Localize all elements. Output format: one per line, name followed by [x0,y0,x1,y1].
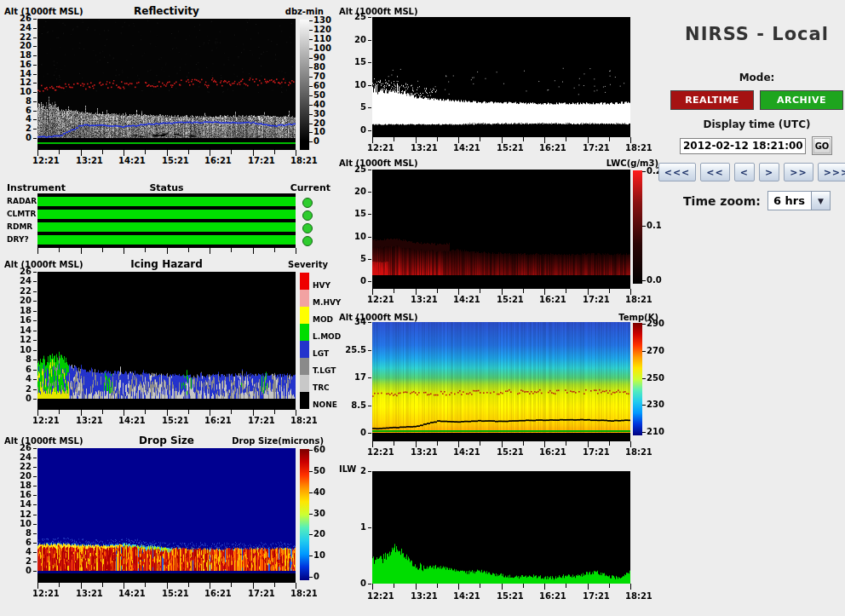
axis-tick [416,441,417,447]
step-back-large-button[interactable]: <<< [658,163,697,181]
axis-tick [309,141,313,142]
y-tick-label: 5 [336,103,366,112]
ground-strip [37,571,296,583]
axis-tick [210,583,210,589]
y-tick-label: 0 [2,134,32,142]
axis-tick [458,441,459,447]
colorbar-tick-label: 0 [313,573,319,581]
x-tick-label: 14:21 [118,417,146,425]
axis-tick [309,95,313,96]
alt-axis-label: Alt (1000ft MSL) [4,260,83,269]
step-forward-medium-button[interactable]: >> [784,163,813,181]
axis-tick [368,377,371,378]
axis-tick [33,19,37,20]
axis-tick [642,280,646,281]
axis-tick [368,192,371,193]
y-tick-label: 16 [2,316,32,325]
realtime-button[interactable]: REALTIME [670,90,754,110]
x-tick-label: 13:21 [76,157,103,165]
x-tick-label: 18:21 [290,157,318,165]
y-tick-label: 17 [336,373,366,382]
axis-tick [33,46,37,47]
axis-tick [124,583,124,589]
axis-tick [309,49,313,49]
axis-tick [37,583,38,589]
axis-tick [523,137,524,141]
y-tick-label: 6 [2,107,32,115]
axis-tick [33,138,37,139]
y-tick-label: 10 [336,233,366,241]
axis-tick [81,583,82,589]
axis-tick [544,137,545,143]
x-tick-label: 17:21 [583,448,610,457]
axis-tick [309,471,313,472]
axis-tick [566,137,566,141]
axis-tick [33,65,37,66]
y-tick-label: 18 [2,51,32,60]
step-back-small-button[interactable]: < [734,163,755,181]
step-forward-small-button[interactable]: > [759,163,779,181]
axis-tick [33,311,37,312]
axis-tick [33,495,37,496]
x-tick-label: 14:21 [118,157,146,165]
surface-line [37,142,296,144]
axis-tick [309,514,313,515]
axis-tick [609,441,610,446]
axis-tick [274,410,275,414]
colorbar-label: Drop Size(microns) [232,436,324,446]
x-tick-label: 14:21 [453,144,480,153]
archive-button[interactable]: ARCHIVE [760,90,843,110]
axis-tick [33,301,37,302]
colorbar-tick-label: 30 [313,509,325,518]
colorbar-tick-label: 10 [313,551,325,560]
y-tick-label: 34 [336,318,366,326]
colorbar-label: dbz-min [285,7,324,16]
colorbar-tick-label: 60 [313,446,325,454]
axis-tick [124,150,124,156]
x-tick-label: 15:21 [497,144,524,153]
axis-tick [630,289,631,295]
y-tick-label: 26 [2,268,32,276]
axis-tick [33,74,37,75]
axis-tick [502,289,503,295]
ceilometer-cloud-heatmap-canvas [372,17,630,130]
alt-axis-label: Alt (1000ft MSL) [4,436,83,446]
colorbar-label: Temp(K) [618,313,658,322]
go-button[interactable]: GO [812,136,832,155]
step-back-medium-button[interactable]: << [700,163,729,181]
axis-tick [566,289,566,293]
axis-tick [37,248,38,254]
y-tick-label: 16 [2,491,32,499]
step-forward-large-button[interactable]: >>> [818,163,845,181]
x-tick-label: 16:21 [539,448,566,457]
axis-tick [296,410,296,416]
axis-tick [33,55,37,56]
chevron-down-icon[interactable]: ▼ [811,192,830,210]
axis-tick [368,322,371,323]
colorbar-tick-label: 80 [313,63,325,72]
x-tick-label: 12:21 [367,592,394,601]
x-tick-label: 15:21 [497,592,524,601]
axis-tick [33,571,37,572]
axis-tick [630,441,631,447]
axis-tick [33,552,37,553]
axis-tick [523,584,524,588]
axis-tick [145,410,146,414]
axis-tick [33,281,37,282]
navy-edge [37,571,296,573]
axis-tick [296,583,296,589]
axis-tick [416,289,417,295]
colorbar-tick-label: 20 [313,119,325,128]
lwc-heatmap-canvas [372,170,630,281]
y-tick-label: 2 [336,467,366,475]
axis-tick [368,406,371,406]
axis-tick [523,441,524,446]
mode-buttons: REALTIME ARCHIVE [669,90,845,110]
x-tick-label: 12:21 [32,417,60,425]
y-tick-label: 12 [2,510,32,519]
severity-label: LGT [313,349,329,358]
display-time-input[interactable] [680,138,806,154]
time-zoom-select[interactable]: 6 hrs ▼ [767,191,831,210]
axis-tick [274,583,275,587]
severity-label: MOD [313,315,333,324]
